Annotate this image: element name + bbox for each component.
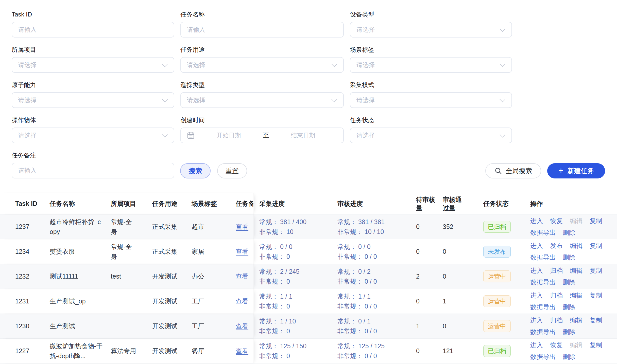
view-note-link[interactable]: 查看	[236, 223, 248, 231]
row-actions: 进入 归档 编辑 复制 数据导出 删除	[530, 266, 607, 287]
action-archive[interactable]: 归档	[550, 316, 563, 325]
action-export[interactable]: 数据导出	[530, 327, 556, 337]
task-status-label: 任务状态	[350, 116, 512, 124]
action-delete[interactable]: 删除	[563, 253, 575, 262]
task-status-field: 任务状态 请选择	[350, 116, 512, 143]
row-actions: 进入 恢复 编辑 复制 数据导出 删除	[530, 340, 607, 361]
task-status-select[interactable]: 请选择	[350, 128, 512, 143]
project-field: 所属项目 请选择	[12, 46, 174, 73]
cell-purpose: 开发测试	[152, 322, 192, 330]
scene-tag-select[interactable]: 请选择	[350, 57, 512, 73]
view-note-link[interactable]: 查看	[236, 272, 248, 281]
header-scene: 场景标签	[192, 199, 236, 208]
cell-name: 熨烫衣服-	[50, 247, 111, 257]
view-note-link[interactable]: 查看	[236, 347, 248, 355]
task-name-input[interactable]	[180, 22, 344, 38]
create-time-range[interactable]: 开始日期 至 结束日期	[180, 128, 344, 143]
chevron-down-icon	[162, 61, 168, 67]
view-note-link[interactable]: 查看	[236, 322, 248, 330]
task-purpose-select[interactable]: 请选择	[180, 57, 344, 73]
action-export[interactable]: 数据导出	[530, 352, 556, 362]
header-status: 任务状态	[478, 199, 525, 208]
action-delete[interactable]: 删除	[563, 278, 575, 287]
action-enter[interactable]: 进入	[530, 316, 543, 325]
action-publish[interactable]: 发布	[550, 241, 563, 251]
end-date-placeholder: 结束日期	[269, 131, 337, 139]
status-badge: 已归档	[483, 221, 511, 233]
global-search-button[interactable]: 全局搜索	[485, 163, 541, 178]
row-actions: 进入 发布 编辑 复制 数据导出 删除	[530, 241, 607, 262]
action-edit[interactable]: 编辑	[570, 266, 582, 276]
action-copy[interactable]: 复制	[590, 241, 602, 251]
cell-task-id: 1231	[0, 298, 50, 305]
cell-purpose: 开发测试	[152, 347, 192, 355]
action-edit[interactable]: 编辑	[570, 241, 582, 251]
cell-passed: 0	[437, 248, 478, 255]
action-copy[interactable]: 复制	[590, 216, 602, 226]
action-archive[interactable]: 归档	[550, 291, 563, 300]
action-edit[interactable]: 编辑	[570, 291, 582, 300]
cell-pending: 0	[410, 223, 437, 230]
action-delete[interactable]: 删除	[563, 327, 575, 337]
task-name-label: 任务名称	[180, 11, 344, 18]
action-copy[interactable]: 复制	[590, 340, 602, 350]
collect-progress: 常规： 2 / 245非常规： 0	[259, 267, 299, 286]
task-note-input[interactable]	[12, 163, 174, 178]
status-badge: 已归档	[483, 345, 511, 357]
action-edit[interactable]: 编辑	[570, 316, 582, 325]
cell-passed: 352	[437, 223, 478, 230]
calendar-icon	[187, 132, 195, 139]
cell-project: 常规-全身	[111, 217, 152, 237]
view-note-link[interactable]: 查看	[236, 247, 248, 256]
project-select[interactable]: 请选择	[12, 57, 174, 73]
action-enter[interactable]: 进入	[530, 266, 543, 276]
action-restore[interactable]: 恢复	[550, 216, 563, 226]
collect-mode-select[interactable]: 请选择	[350, 92, 512, 108]
action-enter[interactable]: 进入	[530, 291, 543, 300]
action-delete[interactable]: 删除	[563, 228, 575, 238]
action-export[interactable]: 数据导出	[530, 228, 556, 238]
action-copy[interactable]: 复制	[590, 266, 602, 276]
table-row: 1234 熨烫衣服- 常规-全身 正式采集 家居 查看 常规： 0 / 0非常规…	[0, 239, 617, 264]
action-copy[interactable]: 复制	[590, 291, 602, 300]
chevron-down-icon	[332, 97, 337, 102]
chevron-down-icon	[332, 61, 337, 67]
chevron-down-icon	[162, 97, 168, 102]
task-note-label: 任务备注	[12, 152, 174, 159]
review-progress: 常规： 381 / 381非常规： 10 / 10	[337, 217, 385, 237]
action-enter[interactable]: 进入	[530, 340, 543, 350]
search-button[interactable]: 搜索	[180, 163, 211, 178]
atomic-ability-select[interactable]: 请选择	[12, 92, 174, 108]
operate-object-label: 操作物体	[12, 116, 174, 124]
device-type-label: 设备类型	[350, 11, 512, 18]
action-export[interactable]: 数据导出	[530, 302, 556, 312]
collect-progress: 常规： 1 / 1非常规： 0	[259, 292, 293, 311]
operate-object-select[interactable]: 请选择	[12, 128, 174, 143]
device-type-select[interactable]: 请选择	[350, 22, 512, 38]
action-restore[interactable]: 恢复	[550, 340, 563, 350]
teleop-type-select[interactable]: 请选择	[180, 92, 344, 108]
status-badge: 未发布	[483, 246, 511, 258]
action-archive[interactable]: 归档	[550, 266, 563, 276]
table-header-fixed-group: Task ID 任务名称 所属项目 任务用途 场景标签 任务备注	[0, 193, 254, 214]
action-enter[interactable]: 进入	[530, 216, 543, 226]
header-operations: 操作	[525, 199, 617, 208]
atomic-ability-field: 原子能力 请选择	[12, 81, 174, 108]
task-id-input[interactable]	[12, 22, 174, 38]
action-copy[interactable]: 复制	[590, 316, 602, 325]
new-task-button[interactable]: + 新建任务	[547, 163, 605, 178]
action-export[interactable]: 数据导出	[530, 278, 556, 287]
collect-mode-field: 采集模式 请选择	[350, 81, 512, 108]
cell-pending: 0	[410, 347, 437, 355]
cell-scene: 超市	[192, 223, 236, 231]
review-progress: 常规： 1 / 1非常规： 0 / 0	[337, 292, 377, 311]
view-note-link[interactable]: 查看	[236, 297, 248, 305]
cell-name: 超市冷鲜柜补货_copy	[50, 217, 111, 237]
cell-passed: 0	[437, 322, 478, 330]
chevron-down-icon	[500, 132, 506, 138]
action-enter[interactable]: 进入	[530, 241, 543, 251]
action-delete[interactable]: 删除	[563, 352, 575, 362]
action-delete[interactable]: 删除	[563, 302, 575, 312]
action-export[interactable]: 数据导出	[530, 253, 556, 262]
reset-button[interactable]: 重置	[217, 163, 247, 178]
